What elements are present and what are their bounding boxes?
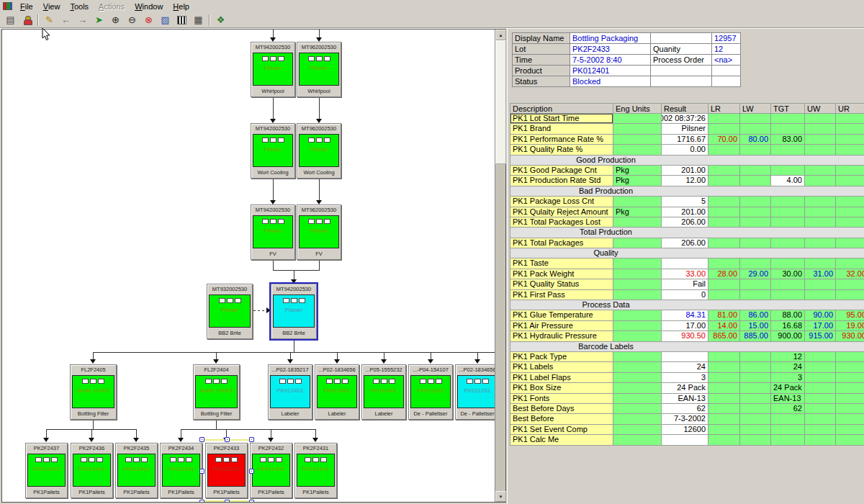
cell-lr[interactable]: 14.00	[708, 321, 740, 331]
cell-eng-units[interactable]	[613, 238, 662, 248]
cell-lw[interactable]	[740, 414, 771, 424]
cell-lw[interactable]	[740, 114, 771, 124]
node-bb2-brite-2[interactable]: MT942002530PilsnerBB2 Brite	[271, 284, 317, 339]
cell-lr[interactable]	[708, 258, 740, 269]
node-pallet-pk2f2437[interactable]: PK2F2437PK012401PK1Pallets	[25, 443, 68, 498]
cell-uw[interactable]	[805, 135, 836, 145]
cell-description[interactable]: PK1 Glue Temperature	[510, 310, 613, 320]
cell-uw[interactable]	[805, 124, 836, 134]
cell-lw[interactable]	[740, 207, 771, 217]
cell-result[interactable]: 62	[662, 404, 708, 414]
cell-eng-units[interactable]: Pkg	[613, 207, 662, 217]
cell-uw[interactable]	[805, 176, 836, 186]
cell-lr[interactable]	[708, 124, 740, 134]
cell-uw[interactable]	[805, 217, 836, 228]
cell-result[interactable]: 33.00	[662, 269, 708, 279]
cell-result[interactable]: 17.00	[662, 321, 708, 331]
cell-eng-units[interactable]	[613, 321, 662, 331]
cell-tgt[interactable]: EAN-13	[771, 394, 805, 404]
cell-lw[interactable]	[740, 394, 771, 404]
node-whirlpool-2[interactable]: MT962002530PilsnerWhirlpool	[297, 42, 341, 97]
menu-file[interactable]: File	[15, 1, 38, 12]
barcode-icon[interactable]	[174, 13, 190, 27]
cell-tgt[interactable]	[771, 145, 805, 155]
cell-result[interactable]: 201.00	[662, 166, 708, 176]
cell-lr[interactable]: 865.00	[708, 331, 740, 341]
cell-lw[interactable]: 29.00	[740, 269, 771, 279]
cell-ur[interactable]	[836, 114, 864, 124]
cell-ur[interactable]	[836, 435, 864, 445]
cell-uw[interactable]	[805, 279, 836, 289]
cell-tgt[interactable]: 3	[771, 373, 805, 383]
cell-ur[interactable]	[836, 145, 864, 155]
cell-result[interactable]: Pilsner	[662, 124, 708, 134]
node-pallet-pk2f2435[interactable]: PK2F2435PK012401PK1Pallets	[115, 443, 158, 498]
cell-uw[interactable]	[805, 435, 836, 445]
cell-lr[interactable]	[708, 435, 740, 445]
cell-uw[interactable]	[805, 258, 836, 269]
cell-tgt[interactable]	[771, 197, 805, 207]
cell-tgt[interactable]	[771, 217, 805, 228]
cell-tgt[interactable]	[771, 425, 805, 435]
cell-lw[interactable]	[740, 197, 771, 207]
cell-lr[interactable]	[708, 145, 740, 155]
print-icon[interactable]: ▤	[2, 13, 19, 27]
cell-ur[interactable]: 19.00	[836, 321, 864, 331]
cell-lw[interactable]	[740, 238, 771, 248]
cell-uw[interactable]	[805, 207, 836, 217]
cell-eng-units[interactable]	[613, 145, 662, 155]
cell-lr[interactable]	[708, 114, 740, 124]
cell-result[interactable]: Fail	[662, 279, 708, 289]
selection-handle[interactable]	[249, 500, 254, 502]
menu-view[interactable]: View	[38, 1, 66, 12]
node-pallet-pk2f2436[interactable]: PK2F2436PK012401PK1Pallets	[71, 443, 113, 498]
cell-lw[interactable]	[740, 404, 771, 414]
cell-eng-units[interactable]: Pkg	[613, 176, 662, 186]
cell-description[interactable]: PK1 Qulaity Reject Amount	[510, 207, 613, 217]
cell-ur[interactable]: 95.00	[836, 310, 864, 320]
cell-lr[interactable]	[708, 207, 740, 217]
cell-tgt[interactable]: 62	[771, 404, 805, 414]
cell-description[interactable]: PK1 Box Size	[510, 383, 613, 393]
cell-description[interactable]: PK1 Lot Start Time	[510, 114, 613, 124]
zoom-out-icon[interactable]: ⊖	[124, 13, 140, 27]
cell-ur[interactable]	[836, 414, 864, 424]
cell-tgt[interactable]: 16.68	[771, 321, 805, 331]
selection-handle[interactable]	[225, 437, 230, 442]
node-bb2-brite-1[interactable]: MT932002530PilsnerBB2 Brite	[207, 284, 253, 339]
cell-lw[interactable]	[740, 352, 771, 362]
node-pallet-pk2f2434[interactable]: PK2F2434PK012401PK1Pallets	[160, 443, 202, 498]
cell-eng-units[interactable]: Pkg	[613, 166, 662, 176]
cell-tgt[interactable]: 88.00	[771, 310, 805, 320]
cell-uw[interactable]: 31.00	[805, 269, 836, 279]
cell-result[interactable]: 1716.67	[662, 135, 708, 145]
zoom-reset-icon[interactable]: ⊗	[140, 13, 157, 27]
node-wort-cooling-1[interactable]: MT942002530PilsnerWort Cooling	[251, 123, 295, 179]
cell-tgt[interactable]	[771, 114, 805, 124]
cell-tgt[interactable]	[771, 258, 805, 269]
cell-uw[interactable]	[805, 383, 836, 393]
cell-tgt[interactable]	[771, 124, 805, 134]
cell-ur[interactable]	[836, 238, 864, 248]
cell-ur[interactable]	[836, 362, 864, 372]
cell-lr[interactable]	[708, 217, 740, 228]
cell-tgt[interactable]: 900.00	[771, 331, 805, 341]
cell-lw[interactable]	[740, 258, 771, 269]
node-bottling-filler-2[interactable]: FL2F2404Bottle 10003Bottling Filler	[193, 364, 240, 420]
cell-lr[interactable]	[708, 238, 740, 248]
cell-result[interactable]: 206.00	[662, 217, 708, 228]
cell-result[interactable]: 201.00	[662, 207, 708, 217]
cell-uw[interactable]	[805, 362, 836, 372]
scroll-down-icon[interactable]: ▼	[495, 491, 506, 502]
cell-lw[interactable]	[740, 425, 771, 435]
cell-lr[interactable]	[708, 362, 740, 372]
cell-ur[interactable]	[836, 124, 864, 134]
cell-uw[interactable]	[805, 290, 836, 300]
selection-handle[interactable]	[225, 500, 230, 502]
cell-lr[interactable]	[708, 279, 740, 289]
cell-eng-units[interactable]	[613, 331, 662, 341]
cell-description[interactable]: PK1 Brand	[510, 124, 613, 134]
cell-lr[interactable]: 81.00	[708, 310, 740, 320]
cell-eng-units[interactable]	[613, 425, 662, 435]
node-fv-1[interactable]: MT942002530PilsnerFV	[251, 204, 295, 260]
